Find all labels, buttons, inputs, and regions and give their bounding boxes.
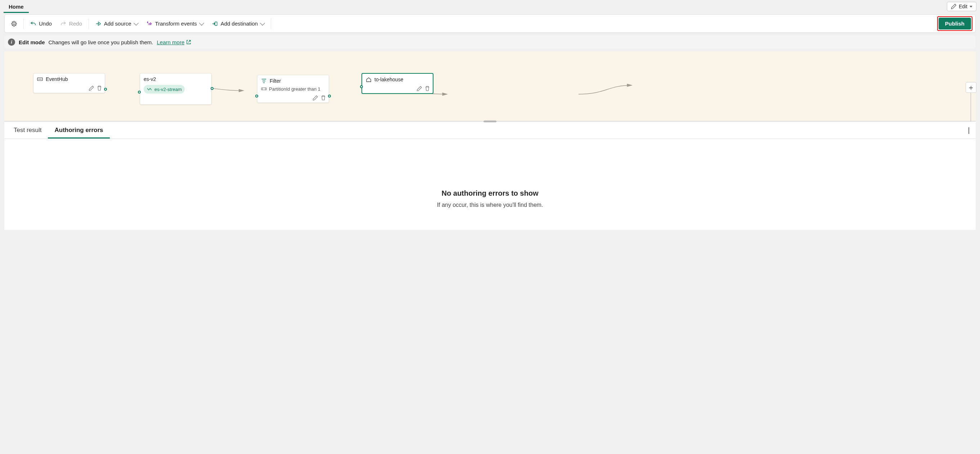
port-in[interactable] [255,95,258,97]
node-destination[interactable]: to-lakehouse [361,73,433,94]
panel-resize-handle[interactable] [484,121,496,122]
tab-home[interactable]: Home [3,0,29,13]
trash-icon [425,86,430,91]
port-out[interactable] [104,88,107,90]
info-bar: i Edit mode Changes will go live once yo… [4,36,976,49]
add-line [970,93,971,122]
node-stream[interactable]: es-v2 es-v2-stream [140,73,212,105]
add-node-button[interactable]: ＋ [966,82,977,93]
node-title: to-lakehouse [374,77,403,83]
add-source-label: Add source [104,21,131,27]
add-destination-button[interactable]: Add destination [208,18,268,29]
learn-more-link[interactable]: Learn more [157,39,192,45]
edit-label: Edit [959,3,967,10]
port-out[interactable] [328,95,331,97]
transform-label: Transform events [155,21,197,27]
empty-title: No authoring errors to show [11,189,969,197]
settings-button[interactable] [8,19,21,29]
add-destination-icon [212,21,218,27]
pencil-icon [89,85,94,91]
collapse-panel-button[interactable] [965,124,973,137]
svg-point-4 [41,79,41,79]
svg-point-3 [40,79,40,79]
info-mode-label: Edit mode [19,39,45,45]
edit-node-button[interactable] [312,95,319,101]
separator [89,18,89,29]
undo-button[interactable]: Undo [27,18,56,29]
stream-icon [146,86,152,92]
separator [271,18,271,29]
svg-rect-5 [261,88,266,90]
tab-test-result[interactable]: Test result [7,122,48,138]
port-out[interactable] [211,87,213,90]
bottom-panel: Test result Authoring errors No authorin… [4,122,976,230]
port-in[interactable] [138,90,141,94]
edit-node-button[interactable] [88,85,95,91]
external-link-icon [186,39,191,45]
node-title: es-v2 [144,76,156,82]
trash-icon [320,95,326,101]
toolbar: Undo Redo Add source Transform events Ad… [4,14,976,33]
transform-icon [146,21,152,27]
redo-label: Redo [69,21,82,27]
chevron-down-icon [260,20,265,25]
delete-node-button[interactable] [320,95,326,101]
add-source-icon [95,21,101,27]
pencil-icon [312,95,318,101]
canvas[interactable]: EventHub es-v2 es-v2-stream Fil [4,51,976,122]
add-destination-label: Add destination [221,21,258,27]
info-message: Changes will go live once you publish th… [49,39,153,45]
node-title: EventHub [46,76,68,82]
rule-text: PartitionId greater than 1 [269,86,320,92]
plus-icon: ＋ [967,83,975,92]
chevron-down-icon [134,20,138,25]
filter-icon [261,78,267,84]
redo-button: Redo [57,18,86,29]
node-eventhub[interactable]: EventHub [33,73,105,93]
undo-icon [30,21,36,27]
learn-more-label: Learn more [157,39,185,45]
chevron-down-icon [199,20,204,25]
undo-label: Undo [39,21,52,27]
empty-state: No authoring errors to show If any occur… [4,139,976,230]
trash-icon [97,85,102,91]
node-filter[interactable]: Filter PartitionId greater than 1 [257,75,329,103]
publish-highlight: Publish [937,16,972,31]
pencil-icon [951,3,956,10]
node-title: Filter [270,78,281,84]
add-source-button[interactable]: Add source [92,18,142,29]
eventhub-icon [37,76,43,82]
caret-down-icon [970,6,972,8]
chip-label: es-v2-stream [154,87,182,92]
publish-button[interactable]: Publish [939,17,971,30]
chevron-down-icon [969,127,969,134]
transform-events-button[interactable]: Transform events [143,18,207,29]
port-in[interactable] [360,85,363,88]
delete-node-button[interactable] [96,85,103,91]
gear-icon [11,21,17,27]
delete-node-button[interactable] [424,85,431,92]
redo-icon [60,21,66,27]
rule-icon [261,86,267,92]
stream-chip: es-v2-stream [144,85,185,94]
pencil-icon [417,86,422,91]
edit-dropdown-button[interactable]: Edit [947,2,977,11]
info-icon: i [8,38,15,46]
edit-node-button[interactable] [416,85,423,92]
tab-authoring-errors[interactable]: Authoring errors [48,122,110,138]
empty-subtitle: If any occur, this is where you'll find … [11,202,969,208]
lakehouse-icon [366,77,372,83]
filter-rule: PartitionId greater than 1 [261,86,325,92]
svg-point-2 [38,79,39,79]
